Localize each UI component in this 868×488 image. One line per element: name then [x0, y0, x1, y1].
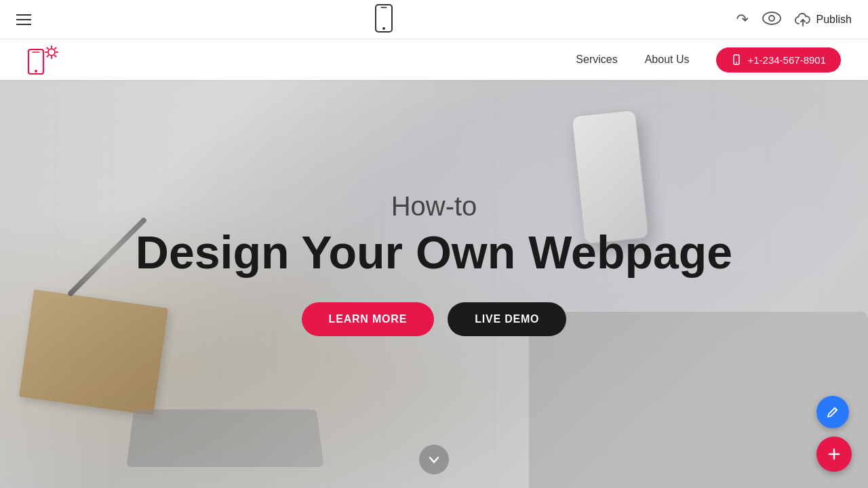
svg-point-9 [48, 49, 55, 56]
svg-point-19 [736, 62, 737, 64]
svg-line-16 [55, 48, 56, 49]
edit-fab-button[interactable] [816, 396, 849, 428]
learn-more-button[interactable]: LEARN MORE [302, 302, 435, 336]
nav-services[interactable]: Services [576, 54, 617, 66]
svg-point-1 [382, 27, 385, 30]
hero-content: How-to Design Your Own Webpage LEARN MOR… [136, 191, 732, 336]
toolbar-center [373, 3, 395, 36]
svg-line-15 [55, 56, 56, 57]
svg-line-17 [47, 56, 49, 57]
fab-container [816, 396, 852, 472]
svg-line-20 [835, 408, 837, 410]
plus-icon [826, 446, 842, 462]
cloud-upload-icon [795, 13, 811, 26]
site-nav-links: Services About Us +1-234-567-8901 [576, 47, 841, 73]
add-fab-button[interactable] [816, 436, 852, 472]
phone-button[interactable]: +1-234-567-8901 [716, 47, 841, 73]
hero-subtitle: How-to [136, 191, 732, 222]
publish-label: Publish [816, 14, 852, 26]
hero-title: Design Your Own Webpage [136, 227, 732, 278]
site-logo [27, 44, 61, 75]
arrow-down-icon [427, 453, 441, 466]
svg-point-4 [769, 16, 774, 21]
menu-icon[interactable] [16, 14, 31, 25]
undo-button[interactable]: ↶ [736, 11, 749, 28]
svg-point-7 [35, 70, 37, 73]
toolbar-right: ↶ Publish [736, 11, 852, 28]
editor-toolbar: ↶ Publish [0, 0, 868, 39]
website-preview: Services About Us +1-234-567-8901 [0, 39, 868, 488]
toolbar-left [16, 14, 31, 25]
hero-section: How-to Design Your Own Webpage LEARN MOR… [0, 80, 868, 488]
svg-line-14 [47, 48, 49, 49]
svg-point-3 [763, 12, 781, 24]
site-navigation: Services About Us +1-234-567-8901 [0, 39, 868, 80]
hero-buttons: LEARN MORE LIVE DEMO [136, 302, 732, 336]
mobile-preview-button[interactable] [373, 3, 395, 36]
pencil-icon [826, 405, 840, 419]
nav-about[interactable]: About Us [645, 54, 690, 66]
phone-number: +1-234-567-8901 [747, 54, 826, 66]
preview-button[interactable] [762, 12, 781, 28]
scroll-down-button[interactable] [419, 445, 449, 474]
live-demo-button[interactable]: LIVE DEMO [448, 302, 566, 336]
desk-keyboard [126, 409, 323, 467]
publish-button[interactable]: Publish [795, 13, 852, 26]
phone-icon [731, 54, 742, 65]
